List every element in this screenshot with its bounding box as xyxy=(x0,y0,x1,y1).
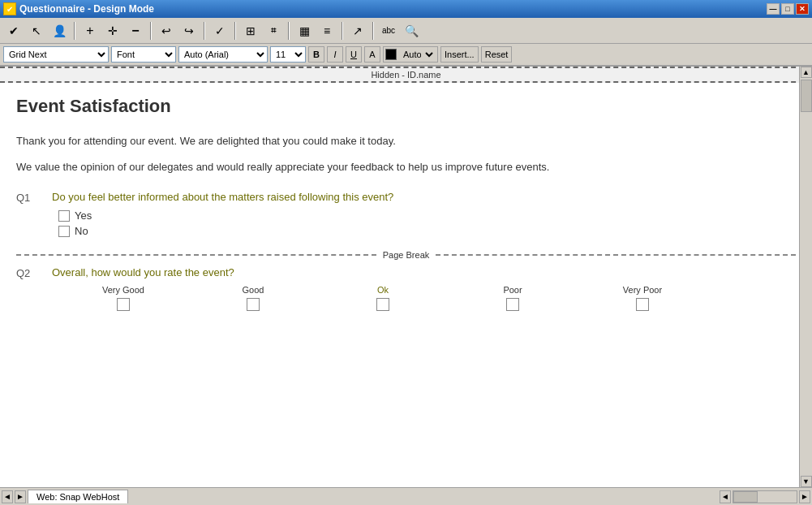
rating-very-poor-checkbox[interactable] xyxy=(636,298,649,311)
bold-button[interactable]: B xyxy=(308,46,324,63)
toolbar2: Grid Next Font Auto (Arial) 11 B I U A A… xyxy=(0,44,812,67)
rating-poor-checkbox[interactable] xyxy=(506,298,519,311)
add-cross-icon[interactable]: ✛ xyxy=(102,21,123,41)
undo-icon[interactable]: ↩ xyxy=(156,21,177,41)
page-break-line-left xyxy=(16,254,376,256)
h-scroll-thumb[interactable] xyxy=(733,491,758,503)
redo-icon[interactable]: ↪ xyxy=(178,21,200,41)
font-family-select[interactable]: Auto (Arial) xyxy=(178,46,268,63)
grid-icon[interactable]: ⊞ xyxy=(240,21,261,41)
intro-text-2: We value the opinion of our delegates an… xyxy=(16,159,796,175)
question-1-body: Do you feel better informed about the ma… xyxy=(52,191,796,237)
hidden-banner-text: Hidden - ID.name xyxy=(364,70,447,80)
color-swatch xyxy=(385,49,397,60)
export-icon[interactable]: ↗ xyxy=(347,21,368,41)
q1-label-yes: Yes xyxy=(75,209,92,222)
rating-very-good-label: Very Good xyxy=(102,285,144,295)
hidden-banner: Hidden - ID.name xyxy=(0,67,812,83)
separator3 xyxy=(204,22,205,40)
reset-button[interactable]: Reset xyxy=(481,46,513,63)
highlight-icon[interactable]: ≡ xyxy=(316,21,337,41)
question-2-number: Q2 xyxy=(16,266,39,311)
q1-label-no: No xyxy=(75,225,88,237)
q1-checkbox-no[interactable] xyxy=(58,226,70,237)
scroll-track[interactable] xyxy=(801,78,812,476)
check2-icon[interactable]: ✓ xyxy=(209,21,230,41)
rating-very-poor: Very Poor xyxy=(578,285,707,311)
rating-poor-label: Poor xyxy=(503,285,522,295)
rating-very-good-checkbox[interactable] xyxy=(117,298,130,311)
alt-icon[interactable]: ⌗ xyxy=(263,21,284,41)
h-scroll-track[interactable] xyxy=(733,490,797,503)
question-1-text: Do you feel better informed about the ma… xyxy=(52,191,796,203)
table-icon[interactable]: ▦ xyxy=(294,21,315,41)
question-2-text: Overall, how would you rate the event? xyxy=(52,266,796,278)
q1-checkbox-yes[interactable] xyxy=(58,210,70,222)
add-icon[interactable]: + xyxy=(79,21,101,41)
spell-icon[interactable]: abc xyxy=(378,21,399,41)
color-picker[interactable]: Auto xyxy=(383,46,438,63)
question-2-block: Q2 Overall, how would you rate the event… xyxy=(16,266,796,311)
nav-next-button[interactable]: ► xyxy=(15,490,26,503)
separator7 xyxy=(372,22,374,40)
cursor-icon[interactable]: ↖ xyxy=(26,21,47,41)
questionnaire-title: Event Satisfaction xyxy=(16,96,796,117)
status-bar: ◄ ► Web: Snap WebHost ◄ ► xyxy=(0,487,812,505)
question-1-options: Yes No xyxy=(58,209,796,237)
font-size-select[interactable]: 11 xyxy=(270,46,306,63)
highlight-text-button[interactable]: A xyxy=(364,46,380,63)
separator1 xyxy=(74,22,75,40)
rating-good-label: Good xyxy=(243,285,264,295)
page-break: Page Break xyxy=(16,250,796,260)
separator6 xyxy=(342,22,343,40)
scroll-up-button[interactable]: ▲ xyxy=(801,67,812,78)
rating-very-good: Very Good xyxy=(58,285,188,311)
users-icon[interactable]: 👤 xyxy=(49,21,70,41)
nav-prev-button[interactable]: ◄ xyxy=(2,490,13,503)
scroll-left-button[interactable]: ◄ xyxy=(720,490,731,503)
rating-ok: Ok xyxy=(318,285,448,311)
search-icon[interactable]: 🔍 xyxy=(401,21,422,41)
insert-button[interactable]: Insert... xyxy=(440,46,479,63)
rating-ok-checkbox[interactable] xyxy=(376,298,389,311)
rating-very-poor-label: Very Poor xyxy=(623,285,662,295)
title-bar: ✔ Questionnaire - Design Mode — □ ✕ xyxy=(0,0,812,18)
status-right: ◄ ► xyxy=(720,490,810,503)
question-2-body: Overall, how would you rate the event? V… xyxy=(52,266,796,311)
page-break-line-right xyxy=(436,254,796,256)
question-1-number: Q1 xyxy=(16,191,39,237)
separator4 xyxy=(234,22,236,40)
grid-next-select[interactable]: Grid Next xyxy=(3,46,109,63)
app-icon: ✔ xyxy=(3,2,16,15)
toolbar1: ✔ ↖ 👤 + ✛ − ↩ ↪ ✓ ⊞ ⌗ ▦ ≡ ↗ abc 🔍 xyxy=(0,18,812,44)
minimize-button[interactable]: — xyxy=(767,3,780,15)
font-select[interactable]: Font xyxy=(111,46,176,63)
content-area[interactable]: Hidden - ID.name Event Satisfaction Than… xyxy=(0,67,812,487)
status-left: ◄ ► Web: Snap WebHost xyxy=(2,490,128,503)
color-select[interactable]: Auto xyxy=(398,46,436,63)
rating-poor: Poor xyxy=(448,285,578,311)
vertical-scrollbar[interactable]: ▲ ▼ xyxy=(799,67,812,487)
intro-text-1: Thank you for attending our event. We ar… xyxy=(16,133,796,149)
rating-good-checkbox[interactable] xyxy=(247,298,260,311)
page-break-label: Page Break xyxy=(376,250,436,260)
window-title: Questionnaire - Design Mode xyxy=(19,3,154,15)
rating-good: Good xyxy=(188,285,318,311)
scroll-right-button[interactable]: ► xyxy=(799,490,810,503)
question-1-block: Q1 Do you feel better informed about the… xyxy=(16,191,796,237)
italic-button[interactable]: I xyxy=(327,46,343,63)
main-container: Hidden - ID.name Event Satisfaction Than… xyxy=(0,67,812,487)
maximize-button[interactable]: □ xyxy=(781,3,794,15)
q1-option-yes: Yes xyxy=(58,209,796,222)
separator2 xyxy=(150,22,152,40)
scroll-down-button[interactable]: ▼ xyxy=(801,476,812,487)
separator5 xyxy=(288,22,290,40)
underline-button[interactable]: U xyxy=(346,46,362,63)
close-button[interactable]: ✕ xyxy=(796,3,809,15)
status-tab[interactable]: Web: Snap WebHost xyxy=(28,490,128,503)
scroll-thumb[interactable] xyxy=(801,80,812,112)
rating-ok-label: Ok xyxy=(377,285,389,295)
q1-option-no: No xyxy=(58,225,796,237)
check-icon[interactable]: ✔ xyxy=(3,21,24,41)
minus-icon[interactable]: − xyxy=(125,21,146,41)
